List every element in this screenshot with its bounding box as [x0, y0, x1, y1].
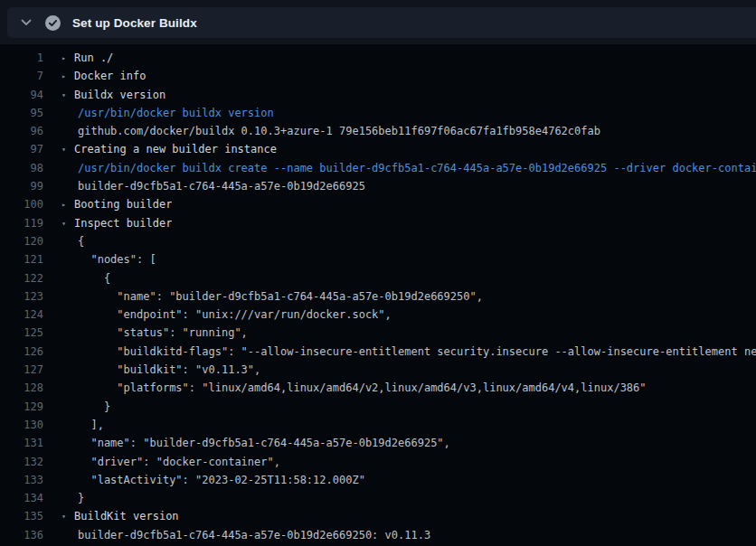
line-number[interactable]: 129 [0, 398, 43, 416]
log-line: 1▸Run ./ [0, 49, 756, 67]
line-number[interactable]: 120 [0, 232, 43, 250]
log-group-label: Inspect builder [74, 217, 172, 230]
group-collapsed-icon[interactable]: ▸ [61, 49, 74, 67]
log-group-header[interactable]: ▸Booting builder [43, 195, 172, 213]
line-number[interactable]: 122 [0, 269, 43, 287]
line-number[interactable]: 131 [0, 434, 43, 452]
log-group-label: Docker info [74, 70, 146, 82]
log-text: { [43, 232, 84, 250]
log-line: 131 "name": "builder-d9cfb5a1-c764-445a-… [0, 434, 756, 452]
line-number[interactable]: 128 [0, 379, 43, 397]
log-group-label: Creating a new builder instance [74, 143, 277, 155]
log-group-label: Buildx version [74, 89, 165, 101]
group-expanded-icon[interactable]: ▾ [61, 86, 74, 104]
log-group-header[interactable]: ▸Run ./ [43, 49, 113, 67]
line-number[interactable]: 124 [0, 306, 43, 324]
log-line: 120{ [0, 232, 756, 250]
line-number[interactable]: 123 [0, 287, 43, 306]
line-number[interactable]: 133 [0, 471, 43, 489]
log-line: 133 "lastActivity": "2023-02-25T11:58:12… [0, 471, 756, 489]
log-text: ], [43, 416, 104, 434]
check-circle-icon [45, 15, 61, 31]
log-line: 135▾BuildKit version [0, 507, 756, 525]
log-group-header[interactable]: ▾Inspect builder [43, 214, 172, 232]
log-group-header[interactable]: ▾Buildx version [43, 86, 165, 104]
line-number[interactable]: 135 [0, 507, 43, 525]
log-text: "driver": "docker-container", [43, 453, 280, 471]
log-line: 99builder-d9cfb5a1-c764-445a-a57e-0b19d2… [0, 177, 756, 195]
log-line: 134} [0, 489, 756, 507]
line-number[interactable]: 7 [0, 67, 43, 85]
log-line: 94▾Buildx version [0, 86, 756, 104]
log-line: 119▾Inspect builder [0, 214, 756, 232]
log-text: } [43, 489, 84, 507]
log-text: "nodes": [ [43, 250, 156, 268]
line-number[interactable]: 126 [0, 343, 43, 361]
log-group-label: Run ./ [74, 52, 113, 64]
log-line: 123 "name": "builder-d9cfb5a1-c764-445a-… [0, 287, 756, 306]
step-title: Set up Docker Buildx [72, 16, 197, 30]
log-line: 100▸Booting builder [0, 195, 756, 213]
line-number[interactable]: 1 [0, 49, 43, 67]
log-output: 1▸Run ./7▸Docker info94▾Buildx version95… [0, 44, 756, 546]
log-line: 136builder-d9cfb5a1-c764-445a-a57e-0b19d… [0, 526, 756, 544]
line-number[interactable]: 132 [0, 453, 43, 471]
line-number[interactable]: 95 [0, 104, 43, 122]
log-text: } [43, 398, 110, 416]
line-number[interactable]: 121 [0, 250, 43, 268]
log-text: "buildkitd-flags": "--allow-insecure-ent… [43, 343, 756, 361]
log-text: "name": "builder-d9cfb5a1-c764-445a-a57e… [43, 434, 450, 452]
log-group-label: Booting builder [74, 198, 172, 211]
log-group-header[interactable]: ▸Docker info [43, 67, 146, 85]
log-group-label: BuildKit version [74, 510, 179, 522]
line-number[interactable]: 97 [0, 140, 43, 158]
chevron-down-icon[interactable] [19, 15, 33, 30]
log-line: 129 } [0, 398, 756, 416]
line-number[interactable]: 94 [0, 86, 43, 104]
log-text: "status": "running", [43, 324, 248, 342]
log-line: 7▸Docker info [0, 67, 756, 85]
log-line: 126 "buildkitd-flags": "--allow-insecure… [0, 343, 756, 361]
log-line: 121 "nodes": [ [0, 250, 756, 268]
log-line: 97▾Creating a new builder instance [0, 140, 756, 158]
log-group-header[interactable]: ▾BuildKit version [43, 507, 179, 525]
log-line: 130 ], [0, 416, 756, 434]
line-number[interactable]: 96 [0, 122, 43, 140]
group-collapsed-icon[interactable]: ▸ [61, 195, 74, 213]
log-line: 127 "buildkit": "v0.11.3", [0, 361, 756, 379]
log-line: 96github.com/docker/buildx 0.10.3+azure-… [0, 122, 756, 140]
log-group-header[interactable]: ▾Creating a new builder instance [43, 140, 277, 158]
log-text: "endpoint": "unix:///var/run/docker.sock… [43, 306, 392, 324]
log-command-text: /usr/bin/docker buildx create --name bui… [43, 159, 756, 177]
log-text: github.com/docker/buildx 0.10.3+azure-1 … [43, 122, 600, 140]
group-expanded-icon[interactable]: ▾ [61, 507, 74, 525]
log-line: 125 "status": "running", [0, 324, 756, 342]
line-number[interactable]: 98 [0, 159, 43, 177]
line-number[interactable]: 127 [0, 361, 43, 379]
line-number[interactable]: 134 [0, 489, 43, 507]
log-text: "platforms": "linux/amd64,linux/amd64/v2… [43, 379, 647, 397]
log-line: 122 { [0, 269, 756, 287]
line-number[interactable]: 136 [0, 526, 43, 544]
log-line: 98/usr/bin/docker buildx create --name b… [0, 159, 756, 177]
log-text: builder-d9cfb5a1-c764-445a-a57e-0b19d2e6… [43, 526, 430, 544]
log-line: 132 "driver": "docker-container", [0, 453, 756, 471]
log-text: "lastActivity": "2023-02-25T11:58:12.000… [43, 471, 365, 489]
log-line: 95/usr/bin/docker buildx version [0, 104, 756, 122]
log-text: "buildkit": "v0.11.3", [43, 361, 260, 379]
group-expanded-icon[interactable]: ▾ [61, 140, 74, 158]
log-command-text: /usr/bin/docker buildx version [43, 104, 274, 122]
line-number[interactable]: 99 [0, 177, 43, 195]
line-number[interactable]: 119 [0, 214, 43, 232]
log-text: builder-d9cfb5a1-c764-445a-a57e-0b19d2e6… [43, 177, 365, 195]
line-number[interactable]: 125 [0, 324, 43, 342]
log-text: { [43, 269, 110, 287]
log-line: 124 "endpoint": "unix:///var/run/docker.… [0, 306, 756, 324]
log-line: 128 "platforms": "linux/amd64,linux/amd6… [0, 379, 756, 397]
line-number[interactable]: 100 [0, 195, 43, 213]
step-header[interactable]: Set up Docker Buildx [7, 7, 756, 38]
group-expanded-icon[interactable]: ▾ [61, 214, 74, 232]
group-collapsed-icon[interactable]: ▸ [61, 67, 74, 85]
line-number[interactable]: 130 [0, 416, 43, 434]
log-text: "name": "builder-d9cfb5a1-c764-445a-a57e… [43, 287, 483, 306]
